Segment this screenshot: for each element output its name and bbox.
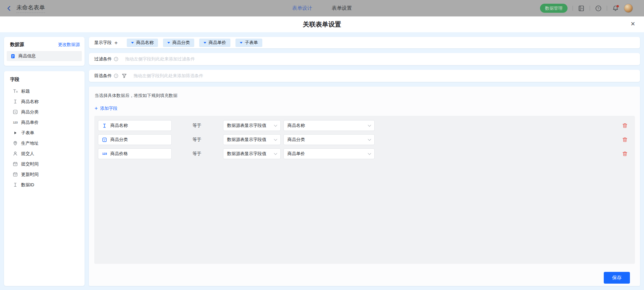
display-field-tag[interactable]: 商品单价: [199, 39, 230, 47]
chevron-down-icon: [274, 124, 277, 127]
datasource-title: 数据源: [10, 42, 24, 48]
chevron-down-icon: [240, 42, 243, 44]
screening-drop-placeholder: 拖动左侧字段到此处来添加筛选条件: [133, 73, 203, 79]
field-item-update-time[interactable]: 7 更新时间: [4, 169, 85, 180]
field-item-production-address[interactable]: 生产地址: [4, 138, 85, 148]
datasource-selected-label: 商品信息: [18, 53, 36, 59]
field-item-label: 更新时间: [21, 172, 39, 178]
rule-value-select[interactable]: 商品分类: [283, 134, 375, 145]
datasource-header: 数据源 更改数据源: [4, 37, 85, 48]
tab-form-design[interactable]: 表单设计: [292, 5, 312, 11]
chevron-down-icon: [274, 152, 277, 155]
chevron-down-icon: [368, 138, 371, 141]
delete-rule-icon[interactable]: [622, 123, 628, 128]
rule-row: 商品名称 等于 数据源表显示字段值 商品名称: [94, 120, 635, 131]
modal-header: 关联表单设置 ✕: [0, 16, 644, 32]
field-item-label: 提交时间: [21, 161, 39, 167]
calendar-icon: 7: [13, 161, 18, 166]
chevron-down-icon: [274, 138, 277, 141]
user-icon: [13, 151, 18, 156]
screening-conditions-bar[interactable]: 筛选条件 ? 拖动左侧字段到此处来添加筛选条件: [89, 70, 640, 82]
back-icon[interactable]: [6, 5, 12, 11]
filter-conditions-bar[interactable]: 过滤条件 ? 拖动左侧字段到此处来添加过滤条件: [89, 53, 640, 65]
text-field-icon: [13, 182, 18, 187]
tag-label: 商品分类: [172, 40, 190, 46]
field-item-product-category[interactable]: 商品分类: [4, 107, 85, 117]
contacts-icon[interactable]: A: [578, 5, 585, 12]
rule-value-select[interactable]: 商品单价: [283, 148, 375, 159]
screening-conditions-label: 筛选条件: [94, 73, 112, 79]
field-item-label: 商品分类: [21, 109, 39, 115]
chevron-down-icon: [204, 42, 206, 44]
display-field-tag[interactable]: 子表单: [235, 39, 262, 47]
calendar-icon: 7: [13, 172, 18, 177]
select-value: 商品名称: [287, 123, 305, 129]
field-item-title[interactable]: 标题: [4, 86, 85, 96]
delete-rule-icon[interactable]: [622, 151, 628, 156]
rule-field-input[interactable]: 123 商品价格: [98, 148, 172, 159]
form-doc-icon: [10, 54, 15, 59]
data-manage-button[interactable]: 数据管理: [540, 4, 568, 13]
plus-icon: +: [95, 106, 98, 111]
field-item-submitter[interactable]: 提交人: [4, 148, 85, 159]
divider: [607, 6, 607, 11]
rule-source-select[interactable]: 数据源表显示字段值: [223, 148, 281, 159]
display-field-tag[interactable]: 商品分类: [163, 39, 194, 47]
help-icon[interactable]: ?: [595, 5, 602, 12]
number-field-icon: 123: [13, 120, 18, 125]
field-item-product-name[interactable]: 商品名称: [4, 96, 85, 107]
divider: [573, 6, 573, 11]
field-item-label: 数据ID: [21, 182, 34, 188]
fill-rules-hint: 当选择具体数据后，将按如下规则填充数据: [95, 93, 177, 99]
notifications-bell-icon[interactable]: [612, 5, 619, 12]
chevron-down-icon: [131, 42, 134, 44]
rule-source-select[interactable]: 数据源表显示字段值: [223, 134, 281, 145]
rule-source-select[interactable]: 数据源表显示字段值: [223, 120, 281, 131]
change-datasource-link[interactable]: 更改数据源: [58, 42, 80, 48]
form-title[interactable]: 未命名表单: [16, 4, 45, 13]
svg-text:A: A: [581, 7, 583, 10]
fields-header: 字段: [4, 71, 85, 83]
field-item-data-id[interactable]: 数据ID: [4, 180, 85, 190]
save-button[interactable]: 保存: [604, 272, 630, 284]
notification-badge: [616, 5, 619, 7]
chevron-down-icon: [167, 42, 170, 44]
datasource-selected-item[interactable]: 商品信息: [7, 51, 82, 61]
number-field-icon: 123: [102, 151, 107, 156]
title-field-icon: [13, 89, 18, 94]
select-field-icon: [102, 137, 107, 142]
expand-arrow-icon[interactable]: [13, 130, 18, 135]
avatar[interactable]: [624, 4, 633, 13]
top-bar-left: 未命名表单: [6, 0, 45, 16]
delete-rule-icon[interactable]: [622, 137, 628, 142]
field-item-subform[interactable]: 子表单: [4, 128, 85, 138]
rule-field-input[interactable]: 商品名称: [98, 120, 172, 131]
rule-value-select[interactable]: 商品名称: [283, 120, 375, 131]
rule-operator: 等于: [193, 134, 201, 145]
location-pin-icon: [13, 141, 18, 146]
rule-field-input[interactable]: 商品分类: [98, 134, 172, 145]
field-item-label: 生产地址: [21, 140, 39, 146]
close-icon[interactable]: ✕: [631, 20, 635, 28]
modal-title: 关联表单设置: [0, 16, 644, 32]
text-field-icon: [13, 99, 18, 104]
display-field-tag[interactable]: 商品名称: [127, 39, 158, 47]
rule-row: 123 商品价格 等于 数据源表显示字段值 商品单价: [94, 148, 635, 159]
help-icon[interactable]: ?: [114, 74, 118, 78]
add-field-button[interactable]: + 添加字段: [95, 105, 117, 111]
divider: [590, 6, 590, 11]
tab-form-settings[interactable]: 表单设置: [332, 5, 352, 11]
svg-text:7: 7: [15, 164, 16, 166]
select-field-icon: [13, 109, 18, 114]
filter-drop-placeholder: 拖动左侧字段到此处来添加过滤条件: [125, 56, 195, 62]
field-item-product-price[interactable]: 123 商品单价: [4, 117, 85, 128]
select-value: 商品分类: [287, 137, 305, 143]
help-icon[interactable]: ?: [114, 57, 118, 61]
select-value: 数据源表显示字段值: [227, 137, 266, 143]
field-item-submit-time[interactable]: 7 提交时间: [4, 159, 85, 169]
tag-label: 商品单价: [209, 40, 226, 46]
add-display-field-icon[interactable]: +: [114, 40, 118, 46]
rule-operator: 等于: [193, 120, 201, 131]
select-value: 数据源表显示字段值: [227, 151, 266, 157]
rule-operator: 等于: [193, 148, 201, 159]
